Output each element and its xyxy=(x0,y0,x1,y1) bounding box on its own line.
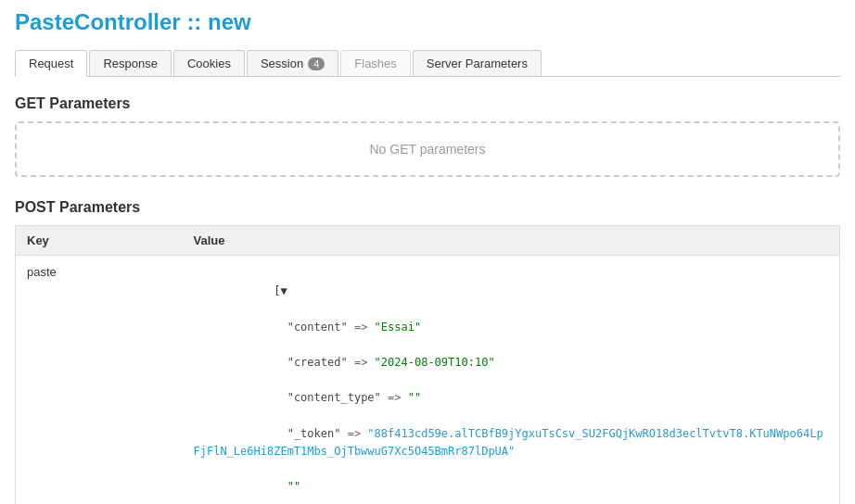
key-created: "created" xyxy=(287,356,348,369)
table-header-row: Key Value xyxy=(16,226,840,256)
tab-request[interactable]: Request xyxy=(15,50,87,77)
val-created: "2024-08-09T10:10" xyxy=(375,356,495,369)
tab-cookies[interactable]: Cookies xyxy=(173,50,245,76)
tab-flashes[interactable]: Flashes xyxy=(340,50,411,76)
val-content: "Essai" xyxy=(375,321,422,334)
post-params-table: Key Value paste [▼ "content" => "Essai" … xyxy=(15,225,840,504)
tab-server-parameters[interactable]: Server Parameters xyxy=(413,50,542,76)
page-title: PasteController :: new xyxy=(15,9,840,35)
key-content-type: "content_type" xyxy=(287,391,381,404)
empty-string-val: "" xyxy=(287,480,300,493)
session-badge: 4 xyxy=(308,57,325,70)
tabs-container: Request Response Cookies Session 4 Flash… xyxy=(15,50,840,77)
post-section: POST Parameters Key Value paste [▼ "cont… xyxy=(15,199,840,504)
col-key: Key xyxy=(16,226,183,256)
get-section: GET Parameters No GET parameters xyxy=(15,95,840,177)
open-bracket: [▼ xyxy=(274,284,287,297)
get-section-title: GET Parameters xyxy=(15,95,840,112)
row-value: [▼ "content" => "Essai" "created" => "20… xyxy=(183,256,840,505)
key-token: "_token" xyxy=(287,427,341,440)
tab-response[interactable]: Response xyxy=(89,50,172,76)
get-empty-box: No GET parameters xyxy=(15,121,840,177)
tab-session-label: Session xyxy=(261,57,303,70)
code-value: [▼ "content" => "Essai" "created" => "20… xyxy=(194,265,829,504)
post-section-title: POST Parameters xyxy=(15,199,840,216)
table-row: paste [▼ "content" => "Essai" "created" … xyxy=(16,256,840,505)
tab-session[interactable]: Session 4 xyxy=(247,50,338,76)
row-key: paste xyxy=(16,256,183,505)
get-empty-message: No GET parameters xyxy=(369,142,485,157)
col-value: Value xyxy=(183,226,840,256)
val-content-type: "" xyxy=(408,391,421,404)
key-content: "content" xyxy=(287,321,348,334)
